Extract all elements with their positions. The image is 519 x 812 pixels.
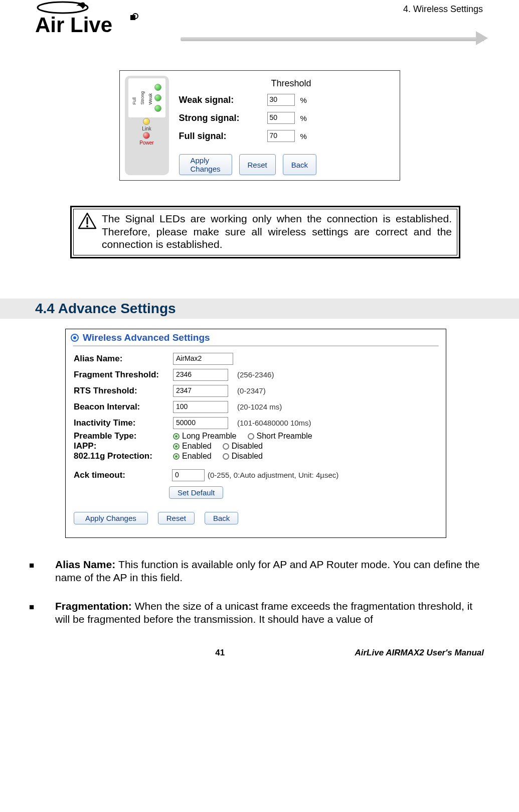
strong-signal-unit: % — [300, 114, 315, 122]
advanced-panel-title: Wireless Advanced Settings — [83, 332, 210, 343]
signal-threshold-panel: Full Strong Weak Link Power — [119, 70, 400, 181]
full-signal-unit: % — [300, 132, 315, 141]
svg-point-6 — [86, 225, 88, 227]
section-heading: 4.4 Advance Settings — [0, 299, 519, 319]
brand-logo: Air Live — [35, 0, 165, 43]
ack-timeout-label: Ack timeout: — [74, 470, 169, 480]
led-power-icon — [143, 132, 150, 139]
gprot-label: 802.11g Protection: — [74, 451, 169, 461]
device-led-column: Full Strong Weak Link Power — [125, 76, 169, 175]
iapp-enabled-label: Enabled — [182, 442, 212, 450]
strong-signal-label: Strong signal: — [179, 113, 264, 123]
adv-back-button[interactable]: Back — [205, 512, 238, 524]
inactivity-time-range: (101-60480000 10ms) — [237, 419, 438, 427]
preamble-short-label: Short Preamble — [257, 432, 312, 440]
warning-icon — [78, 212, 97, 229]
alias-name-paragraph: ■Alias Name: This function is available … — [35, 558, 484, 584]
gprot-enabled-label: Enabled — [182, 452, 212, 460]
iapp-disabled-label: Disabled — [232, 442, 263, 450]
preamble-short-radio[interactable]: Short Preamble — [248, 432, 312, 441]
panel-divider — [73, 345, 439, 347]
weak-signal-label: Weak signal: — [179, 95, 264, 105]
iapp-enabled-radio[interactable]: Enabled — [173, 442, 212, 451]
fragment-threshold-label: Fragment Threshold: — [74, 370, 169, 380]
beacon-interval-input[interactable]: 100 — [173, 401, 228, 413]
led-power-label: Power — [139, 140, 153, 146]
apply-changes-button[interactable]: Apply Changes — [179, 154, 232, 175]
svg-point-8 — [73, 336, 76, 339]
bullseye-icon — [71, 334, 79, 342]
warning-box: The Signal LEDs are working only when th… — [70, 206, 460, 258]
header-divider — [181, 37, 484, 41]
inactivity-time-input[interactable]: 50000 — [173, 417, 228, 429]
ack-timeout-range: (0-255, 0:Auto adjustment, Unit: 4µsec) — [208, 471, 438, 479]
led-weak-icon — [154, 105, 161, 112]
inactivity-time-label: Inactivity Time: — [74, 418, 169, 428]
weak-signal-input[interactable]: 30 — [267, 94, 295, 106]
led-label-strong: Strong — [140, 91, 145, 105]
gprot-enabled-radio[interactable]: Enabled — [173, 452, 212, 461]
iapp-label: IAPP: — [74, 441, 169, 451]
threshold-column-header: Threshold — [267, 78, 315, 89]
page-number: 41 — [215, 648, 225, 658]
alias-name-input[interactable]: AirMax2 — [173, 353, 233, 365]
ack-timeout-input[interactable]: 0 — [172, 469, 205, 481]
fragmentation-paragraph: ■Fragmentation: When the size of a unica… — [35, 600, 484, 625]
header-section-label: 4. Wireless Settings — [403, 0, 484, 15]
fragment-threshold-range: (256-2346) — [237, 370, 438, 379]
wireless-advanced-panel: Wireless Advanced Settings Alias Name: A… — [65, 329, 446, 538]
full-signal-label: Full signal: — [179, 131, 264, 142]
signal-strength-leds: Full Strong Weak — [128, 78, 165, 117]
reset-button[interactable]: Reset — [239, 154, 276, 175]
beacon-interval-range: (20-1024 ms) — [237, 402, 438, 411]
iapp-disabled-radio[interactable]: Disabled — [223, 442, 263, 451]
warning-text: The Signal LEDs are working only when th… — [102, 212, 452, 251]
set-default-button[interactable]: Set Default — [169, 486, 223, 499]
preamble-type-label: Preamble Type: — [74, 431, 169, 441]
led-label-full: Full — [132, 91, 137, 105]
gprot-disabled-radio[interactable]: Disabled — [223, 452, 263, 461]
alias-name-desc: This function is available only for AP a… — [55, 559, 480, 583]
full-signal-input[interactable]: 70 — [267, 130, 295, 142]
bullet-icon: ■ — [42, 602, 55, 613]
preamble-long-label: Long Preamble — [182, 432, 237, 440]
led-full-icon — [154, 84, 161, 91]
weak-signal-unit: % — [300, 96, 315, 104]
rts-threshold-label: RTS Threshold: — [74, 386, 169, 396]
led-link-icon — [143, 118, 150, 125]
fragment-threshold-input[interactable]: 2346 — [173, 369, 228, 381]
rts-threshold-input[interactable]: 2347 — [173, 385, 228, 397]
beacon-interval-label: Beacon Interval: — [74, 402, 169, 412]
fragmentation-term: Fragmentation: — [55, 600, 135, 612]
back-button[interactable]: Back — [283, 154, 316, 175]
rts-threshold-range: (0-2347) — [237, 386, 438, 395]
gprot-disabled-label: Disabled — [232, 452, 263, 460]
svg-text:Air Live: Air Live — [35, 13, 112, 37]
manual-title: AirLive AIRMAX2 User's Manual — [355, 648, 484, 658]
alias-name-term: Alias Name: — [55, 559, 118, 570]
led-link-label: Link — [142, 126, 151, 131]
bullet-icon: ■ — [42, 561, 55, 571]
alias-name-label: Alias Name: — [74, 354, 169, 364]
strong-signal-input[interactable]: 50 — [267, 112, 295, 124]
led-strong-icon — [154, 94, 161, 101]
led-label-weak: Weak — [148, 91, 153, 105]
adv-apply-changes-button[interactable]: Apply Changes — [74, 512, 148, 524]
adv-reset-button[interactable]: Reset — [158, 512, 195, 524]
preamble-long-radio[interactable]: Long Preamble — [173, 432, 237, 441]
